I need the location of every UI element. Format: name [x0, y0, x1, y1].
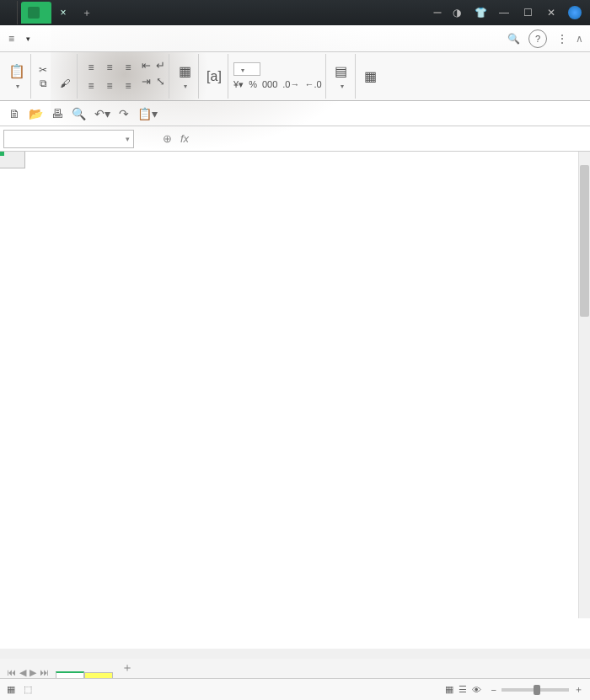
search-icon: 🔍: [507, 33, 520, 45]
brush-icon: 🖌: [58, 77, 72, 89]
currency-icon[interactable]: ¥▾: [233, 79, 244, 90]
view-eye-icon[interactable]: 👁: [472, 685, 481, 695]
collapse-ribbon-icon[interactable]: ∧: [572, 33, 587, 45]
undo-icon[interactable]: ↶▾: [94, 107, 110, 120]
shirt-icon[interactable]: 👕: [469, 7, 492, 19]
wrap-icon[interactable]: ↵: [156, 59, 165, 72]
table-style-icon: ▦: [361, 68, 381, 85]
avatar-icon: [568, 6, 582, 19]
name-box[interactable]: [3, 130, 134, 148]
format-painter-button[interactable]: 🖌: [58, 77, 73, 89]
expand-fx-icon[interactable]: ⊕: [163, 132, 172, 145]
horizontal-scrollbar[interactable]: [0, 649, 590, 659]
copy-icon: ⧉: [36, 77, 50, 89]
align-top-center-icon[interactable]: ≡: [101, 59, 118, 76]
spreadsheet-icon: [28, 7, 40, 19]
decrease-indent-icon[interactable]: ⇤: [142, 59, 151, 72]
command-search[interactable]: 🔍: [504, 33, 523, 45]
conditional-format-button[interactable]: ▤: [331, 63, 351, 90]
number-format-select[interactable]: [233, 62, 260, 76]
new-doc-icon[interactable]: 🗎: [8, 107, 20, 120]
zoom-in-icon[interactable]: ＋: [574, 683, 583, 696]
comma-icon[interactable]: 000: [262, 79, 277, 90]
merge-icon: ▦: [174, 63, 195, 80]
formula-bar-row: ⊕ fx: [0, 126, 590, 152]
hamburger-icon[interactable]: ≡: [3, 33, 19, 45]
status-icon-1[interactable]: ▦: [7, 684, 15, 695]
document-tab[interactable]: [21, 2, 51, 24]
table-style-button[interactable]: ▦: [361, 68, 381, 85]
paste-dropdown-icon[interactable]: 📋▾: [137, 107, 158, 120]
quick-access-toolbar: 🗎 📂 🖶 🔍 ↶▾ ↷ 📋▾: [0, 101, 590, 126]
align-right-icon[interactable]: ≡: [120, 77, 137, 94]
paste-button[interactable]: 📋: [7, 63, 27, 90]
cond-format-icon: ▤: [331, 63, 351, 80]
menubar: ≡ 🔍 ? ⋮ ∧: [0, 25, 590, 52]
align-center-icon[interactable]: ≡: [101, 77, 118, 94]
add-sheet-button[interactable]: ＋: [113, 658, 142, 678]
skin-icon[interactable]: ◑: [445, 7, 469, 19]
sheet-next-icon[interactable]: ▶: [30, 667, 36, 678]
active-cell[interactable]: [0, 152, 3, 155]
zoom-out-icon[interactable]: −: [491, 685, 496, 695]
orientation-icon[interactable]: ⤡: [156, 75, 165, 88]
cut-button[interactable]: ✂: [36, 63, 73, 77]
percent-icon[interactable]: %: [249, 79, 257, 90]
align-top-left-icon[interactable]: ≡: [83, 59, 99, 76]
view-page-icon[interactable]: ☰: [459, 684, 467, 695]
align-top-right-icon[interactable]: ≡: [120, 59, 137, 76]
decrease-decimal-icon[interactable]: ←.0: [304, 79, 321, 90]
sheet-first-icon[interactable]: ⏮: [7, 667, 16, 678]
fx-icon[interactable]: fx: [180, 132, 189, 145]
close-button[interactable]: ✕: [539, 7, 563, 19]
new-tab-icon[interactable]: ＋: [75, 6, 99, 20]
sheet-last-icon[interactable]: ⏭: [40, 667, 49, 678]
alignment-group[interactable]: ≡≡≡ ≡≡≡: [83, 59, 137, 94]
status-bar: ▦ ⬚ ▦ ☰ 👁 − ＋: [0, 678, 590, 700]
app-tab[interactable]: [0, 1, 18, 24]
vertical-scrollbar[interactable]: [578, 152, 590, 618]
minimize-button[interactable]: —: [492, 7, 516, 19]
sheet-tab-active[interactable]: [56, 671, 84, 678]
align-left-icon[interactable]: ≡: [83, 77, 99, 94]
copy-button[interactable]: ⧉: [36, 77, 51, 89]
spreadsheet-grid[interactable]: [0, 152, 590, 618]
notification-badge[interactable]: [433, 12, 442, 13]
redo-icon[interactable]: ↷: [119, 107, 129, 120]
sheet-nav[interactable]: ⏮ ◀ ▶ ⏭: [0, 667, 56, 678]
file-menu[interactable]: [19, 35, 35, 43]
sheet-tab-bar: ⏮ ◀ ▶ ⏭ ＋: [0, 658, 590, 678]
merge-center-button[interactable]: ▦: [174, 63, 195, 90]
print-preview-icon[interactable]: 🔍: [72, 107, 86, 120]
tab-close-icon[interactable]: ×: [51, 7, 75, 19]
status-icon-2[interactable]: ⬚: [24, 684, 32, 695]
increase-decimal-icon[interactable]: .0→: [282, 79, 299, 90]
user-account[interactable]: [563, 6, 590, 19]
ribbon-toolbar: 📋 ✂ ⧉ 🖌 ≡≡≡ ≡≡≡ ⇤ ⇥ ↵ ⤡: [0, 52, 590, 101]
clipboard-icon: 📋: [7, 63, 27, 80]
menu-more-icon[interactable]: ⋮: [552, 33, 572, 45]
zoom-slider[interactable]: [502, 688, 569, 692]
window-titlebar: × ＋ ◑ 👕 — ☐ ✕: [0, 0, 590, 25]
increase-indent-icon[interactable]: ⇥: [142, 75, 151, 88]
sheet-prev-icon[interactable]: ◀: [19, 667, 26, 678]
help-icon[interactable]: ?: [528, 29, 547, 48]
auto-wrap-button[interactable]: [a]: [204, 68, 224, 85]
maximize-button[interactable]: ☐: [516, 7, 539, 19]
view-normal-icon[interactable]: ▦: [445, 684, 453, 695]
wrap-text-icon: [a]: [204, 68, 224, 85]
open-icon[interactable]: 📂: [29, 107, 43, 120]
sheet-tab-other[interactable]: [84, 672, 113, 678]
scissors-icon: ✂: [36, 64, 50, 76]
print-icon[interactable]: 🖶: [51, 107, 63, 120]
